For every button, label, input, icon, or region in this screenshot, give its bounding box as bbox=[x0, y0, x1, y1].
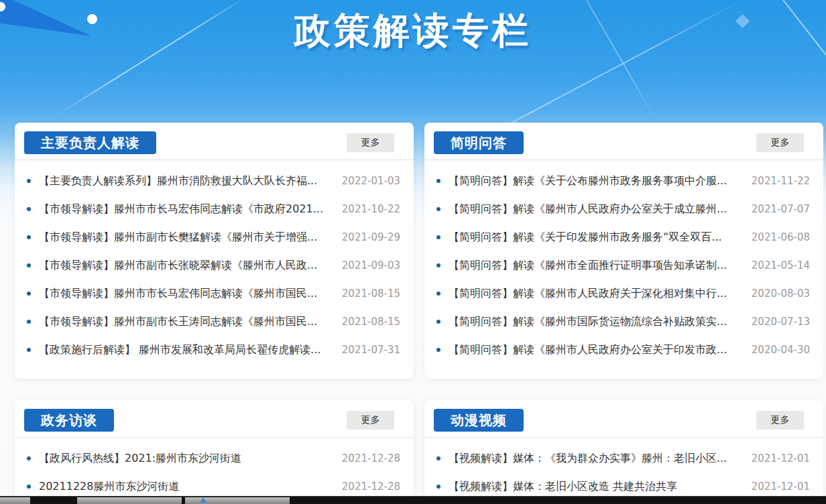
bullet-icon bbox=[436, 456, 440, 460]
bullet-icon bbox=[436, 207, 440, 211]
news-date: 2021-09-29 bbox=[342, 231, 400, 243]
news-title-link[interactable]: 【视频解读】媒体：老旧小区改造 共建共治共享 bbox=[449, 480, 740, 494]
news-date: 2020-07-13 bbox=[752, 316, 810, 328]
bullet-icon bbox=[27, 320, 31, 324]
panel-title-tab: 简明问答 bbox=[434, 131, 524, 154]
news-item[interactable]: 【简明问答】解读《滕州市国际货运物流综合补贴政策实...2020-07-13 bbox=[436, 308, 810, 336]
news-item[interactable]: 【市领导解读】滕州市市长马宏伟同志解读《市政府2021...2021-10-22 bbox=[27, 195, 400, 223]
bullet-icon bbox=[436, 263, 440, 267]
news-title-link[interactable]: 20211228滕州市东沙河街道 bbox=[39, 480, 330, 494]
news-date: 2021-09-03 bbox=[342, 259, 400, 271]
bullet-icon bbox=[436, 179, 440, 183]
news-title-link[interactable]: 【市领导解读】滕州市市长马宏伟同志解读《市政府2021... bbox=[39, 202, 330, 216]
more-button[interactable]: 更多 bbox=[347, 133, 394, 152]
bullet-icon bbox=[27, 207, 31, 211]
news-title-link[interactable]: 【简明问答】解读《滕州市国际货运物流综合补贴政策实... bbox=[449, 315, 740, 329]
bullet-icon bbox=[27, 292, 31, 296]
bullet-icon bbox=[436, 320, 440, 324]
news-title-link[interactable]: 【政策施行后解读】 滕州市发展和改革局局长翟传虎解读... bbox=[39, 343, 330, 357]
more-button[interactable]: 更多 bbox=[756, 133, 804, 152]
app-icon bbox=[200, 497, 206, 503]
news-title-link[interactable]: 【主要负责人解读系列】滕州市消防救援大队大队长齐福... bbox=[39, 174, 330, 188]
bullet-icon bbox=[27, 263, 31, 267]
news-item[interactable]: 【市领导解读】滕州市副市长王涛同志解读《滕州市国民...2021-08-15 bbox=[27, 308, 400, 336]
news-item[interactable]: 【简明问答】解读《滕州市全面推行证明事项告知承诺制...2021-05-14 bbox=[436, 251, 810, 279]
panel-title-tab: 政务访谈 bbox=[24, 409, 114, 432]
news-title-link[interactable]: 【市领导解读】滕州市市长马宏伟同志解读《滕州市国民... bbox=[39, 287, 330, 301]
news-date: 2021-10-22 bbox=[342, 203, 400, 215]
news-date: 2021-08-15 bbox=[342, 316, 400, 328]
bullet-icon bbox=[27, 179, 31, 183]
more-button[interactable]: 更多 bbox=[347, 411, 394, 430]
bullet-icon bbox=[27, 235, 31, 239]
item-list: 【视频解读】媒体：《我为群众办实事》滕州：老旧小区...2021-12-01【视… bbox=[424, 438, 823, 501]
news-item[interactable]: 【视频解读】媒体：《我为群众办实事》滕州：老旧小区...2021-12-01 bbox=[436, 444, 810, 472]
news-date: 2021-08-15 bbox=[342, 288, 400, 300]
news-date: 2021-06-08 bbox=[752, 231, 810, 243]
news-item[interactable]: 【简明问答】解读《滕州市人民政府关于深化相对集中行...2020-08-03 bbox=[436, 279, 810, 308]
item-list: 【主要负责人解读系列】滕州市消防救援大队大队长齐福...2022-01-03【市… bbox=[15, 160, 414, 364]
news-title-link[interactable]: 【简明问答】解读《关于印发滕州市政务服务“双全双百... bbox=[449, 231, 740, 245]
bullet-icon bbox=[436, 292, 440, 296]
panel-title-tab: 动漫视频 bbox=[434, 409, 524, 432]
panel-title-tab: 主要负责人解读 bbox=[24, 131, 156, 154]
news-date: 2022-01-03 bbox=[342, 175, 400, 187]
news-item[interactable]: 【市领导解读】滕州市副市长张晓翠解读《滕州市人民政...2021-09-03 bbox=[27, 251, 400, 279]
taskbar-item[interactable] bbox=[0, 497, 30, 504]
panel-brief-qa: 简明问答 更多 【简明问答】解读《关于公布滕州市政务服务事项中介服...2021… bbox=[424, 123, 823, 379]
news-title-link[interactable]: 【简明问答】解读《滕州市人民政府办公室关于成立滕州... bbox=[449, 202, 740, 216]
news-item[interactable]: 【简明问答】解读《滕州市人民政府办公室关于成立滕州...2021-07-07 bbox=[436, 195, 810, 223]
news-item[interactable]: 【简明问答】解读《滕州市人民政府办公室关于印发市政...2020-04-30 bbox=[436, 336, 810, 364]
news-title-link[interactable]: 【市领导解读】滕州市副市长樊猛解读《滕州市关于增强... bbox=[39, 231, 330, 245]
news-date: 2021-12-01 bbox=[752, 481, 810, 493]
news-item[interactable]: 【政策施行后解读】 滕州市发展和改革局局长翟传虎解读...2021-07-31 bbox=[27, 336, 400, 364]
panel-main-responsible: 主要负责人解读 更多 【主要负责人解读系列】滕州市消防救援大队大队长齐福...2… bbox=[15, 123, 414, 379]
news-title-link[interactable]: 【简明问答】解读《滕州市人民政府办公室关于印发市政... bbox=[449, 343, 740, 357]
news-date: 2021-12-01 bbox=[752, 452, 810, 464]
taskbar-item[interactable] bbox=[77, 497, 182, 504]
news-title-link[interactable]: 【市领导解读】滕州市副市长王涛同志解读《滕州市国民... bbox=[39, 315, 330, 329]
news-date: 2021-07-31 bbox=[342, 344, 400, 356]
news-date: 2021-11-22 bbox=[752, 175, 810, 187]
news-item[interactable]: 【市领导解读】滕州市副市长樊猛解读《滕州市关于增强...2021-09-29 bbox=[27, 223, 400, 251]
taskbar-item[interactable] bbox=[185, 497, 290, 504]
news-title-link[interactable]: 【简明问答】解读《关于公布滕州市政务服务事项中介服... bbox=[449, 174, 740, 188]
news-date: 2021-07-07 bbox=[752, 203, 810, 215]
taskbar bbox=[0, 496, 826, 504]
news-date: 2020-08-03 bbox=[752, 288, 810, 300]
panel-header: 动漫视频 更多 bbox=[424, 400, 823, 438]
bullet-icon bbox=[27, 348, 31, 352]
panel-gov-interview: 政务访谈 更多 【政风行风热线】2021:滕州市东沙河街道2021-12-282… bbox=[15, 400, 414, 504]
bullet-icon bbox=[27, 456, 31, 460]
panel-header: 简明问答 更多 bbox=[424, 123, 823, 160]
news-item[interactable]: 【简明问答】解读《关于公布滕州市政务服务事项中介服...2021-11-22 bbox=[436, 167, 810, 195]
news-date: 2020-04-30 bbox=[752, 344, 810, 356]
bullet-icon bbox=[27, 485, 31, 489]
news-item[interactable]: 【主要负责人解读系列】滕州市消防救援大队大队长齐福...2022-01-03 bbox=[27, 167, 400, 195]
news-date: 2021-12-28 bbox=[342, 481, 400, 493]
news-title-link[interactable]: 【视频解读】媒体：《我为群众办实事》滕州：老旧小区... bbox=[449, 452, 740, 466]
more-button[interactable]: 更多 bbox=[756, 411, 804, 430]
item-list: 【简明问答】解读《关于公布滕州市政务服务事项中介服...2021-11-22【简… bbox=[424, 160, 823, 364]
news-title-link[interactable]: 【政风行风热线】2021:滕州市东沙河街道 bbox=[39, 452, 330, 466]
news-title-link[interactable]: 【简明问答】解读《滕州市人民政府关于深化相对集中行... bbox=[449, 287, 740, 301]
panel-header: 主要负责人解读 更多 bbox=[15, 123, 414, 160]
news-title-link[interactable]: 【市领导解读】滕州市副市长张晓翠解读《滕州市人民政... bbox=[39, 259, 330, 273]
news-item[interactable]: 【市领导解读】滕州市市长马宏伟同志解读《滕州市国民...2021-08-15 bbox=[27, 279, 400, 308]
panel-header: 政务访谈 更多 bbox=[15, 400, 414, 438]
bullet-icon bbox=[436, 348, 440, 352]
panel-animation-video: 动漫视频 更多 【视频解读】媒体：《我为群众办实事》滕州：老旧小区...2021… bbox=[424, 400, 823, 504]
item-list: 【政风行风热线】2021:滕州市东沙河街道2021-12-2820211228滕… bbox=[15, 438, 414, 501]
bullet-icon bbox=[436, 235, 440, 239]
news-item[interactable]: 【简明问答】解读《关于印发滕州市政务服务“双全双百...2021-06-08 bbox=[436, 223, 810, 251]
page-title: 政策解读专栏 bbox=[0, 7, 826, 56]
news-title-link[interactable]: 【简明问答】解读《滕州市全面推行证明事项告知承诺制... bbox=[449, 259, 740, 273]
bullet-icon bbox=[436, 485, 440, 489]
news-item[interactable]: 【政风行风热线】2021:滕州市东沙河街道2021-12-28 bbox=[27, 444, 400, 472]
news-date: 2021-05-14 bbox=[752, 259, 810, 271]
news-date: 2021-12-28 bbox=[342, 452, 400, 464]
